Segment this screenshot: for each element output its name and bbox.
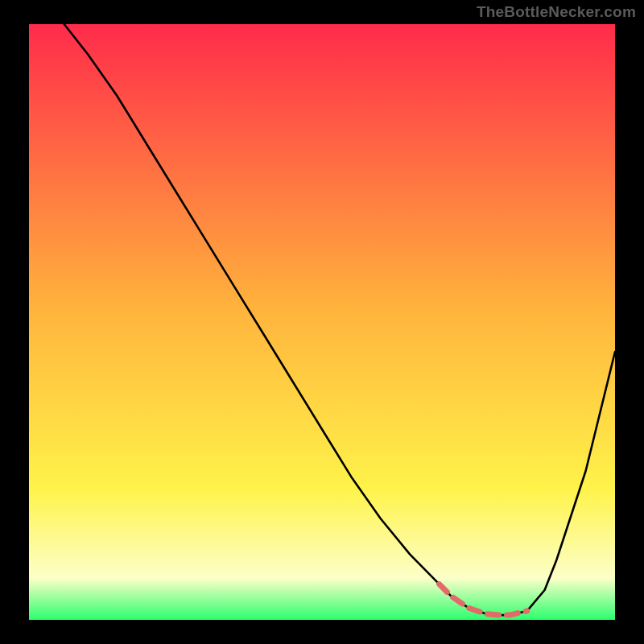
bottleneck-chart xyxy=(0,0,644,644)
chart-container: TheBottleNecker.com xyxy=(0,0,644,644)
plot-area xyxy=(29,24,615,620)
